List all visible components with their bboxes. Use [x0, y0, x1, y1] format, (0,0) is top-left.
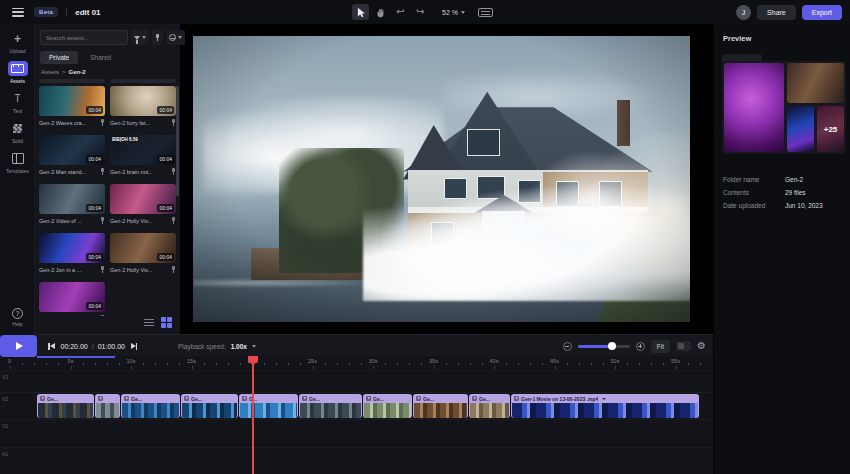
pin-icon[interactable] [171, 266, 176, 273]
asset-card[interactable]: 00:04 [39, 282, 105, 316]
breadcrumb-root[interactable]: Assets [41, 69, 59, 75]
hamburger-menu-icon[interactable] [12, 8, 24, 17]
export-button[interactable]: Export [802, 5, 842, 20]
timeline[interactable]: 05s10s15s20s25s30s35s40s45s50s55s V3V2Ge… [0, 356, 713, 474]
ruler-minor-tick [542, 363, 543, 365]
filter-button[interactable] [131, 30, 149, 45]
pin-icon[interactable] [100, 266, 105, 273]
chevron-down-icon [178, 36, 182, 39]
playhead-line [252, 356, 254, 474]
folder-preview-card[interactable]: +25 [722, 61, 846, 154]
timeline-track-v3: V3 [0, 370, 713, 392]
video-clip-icon [124, 396, 129, 401]
cursor-icon [356, 7, 366, 18]
ruler-tick-label: 30s [369, 358, 378, 364]
redo-button[interactable]: ↪ [412, 4, 429, 20]
video-frame[interactable] [193, 36, 690, 322]
avatar[interactable]: J [736, 5, 751, 20]
assets-panel: Private Shared Assets > Gen-2 00:04Gen-2… [35, 24, 180, 335]
sidebar-item-solid[interactable]: Solid [0, 121, 35, 144]
timeline-clip[interactable]: Ge... [299, 394, 362, 418]
asset-name: Gen-2 Waves cra... [39, 120, 95, 126]
sidebar-item-text[interactable]: Text [0, 91, 35, 114]
timeline-ruler[interactable]: 05s10s15s20s25s30s35s40s45s50s55s [0, 356, 713, 370]
timeline-clip[interactable]: Ge... [469, 394, 510, 418]
pin-icon[interactable] [100, 168, 105, 175]
timeline-tracks: V3V2Ge...Ge...Ge...G...Ge...Ge...Ge...Ge… [0, 370, 713, 474]
detail-value: 29 files [785, 189, 806, 196]
pin-icon[interactable] [100, 315, 105, 316]
select-tool-button[interactable] [352, 4, 369, 20]
timeline-clip[interactable]: Ge... [413, 394, 468, 418]
play-button[interactable] [0, 335, 37, 357]
share-button[interactable]: Share [757, 5, 796, 20]
skip-to-start-button[interactable] [48, 343, 55, 350]
clip-label: Ge... [47, 396, 58, 402]
project-title[interactable]: edit 01 [75, 8, 100, 17]
grid-view-icon[interactable] [161, 317, 172, 328]
asset-card[interactable]: 00:04Gen-2 Video of ... [39, 184, 105, 225]
clip-filmstrip [38, 403, 93, 418]
clip-filmstrip [240, 403, 297, 418]
skip-to-end-button[interactable] [131, 343, 138, 350]
sidebar-item-templates[interactable]: Templates [0, 151, 35, 174]
asset-thumbnail: 00:04 [39, 184, 105, 214]
tab-shared[interactable]: Shared [90, 54, 111, 61]
ruler-tick-label: 50s [611, 358, 620, 364]
list-view-icon[interactable] [144, 319, 154, 327]
sidebar-item-help[interactable]: ? Help [0, 308, 35, 327]
asset-meta [39, 315, 105, 316]
ruler-minor-tick [397, 363, 398, 365]
asset-card[interactable]: 00:04Gen-2 furry fat... [110, 86, 176, 127]
hand-icon [376, 7, 386, 18]
timeline-clip[interactable]: Ge... [181, 394, 238, 418]
sidebar-item-assets[interactable]: Assets [0, 61, 35, 84]
timeline-clip[interactable]: G... [239, 394, 298, 418]
search-input[interactable] [40, 30, 128, 45]
undo-button[interactable]: ↩ [392, 4, 409, 20]
ruler-minor-tick [567, 363, 568, 365]
preview-canvas [180, 24, 713, 335]
timeline-clip[interactable] [95, 394, 120, 418]
asset-card[interactable]: 00:04Gen-2 Waves cra... [39, 86, 105, 127]
asset-card[interactable]: 00:04Gen-2 Holly Viv... [110, 233, 176, 274]
speed-value[interactable]: 1.00x [231, 343, 247, 350]
fit-button[interactable]: Fit [651, 340, 670, 353]
asset-card[interactable]: 00:04Gen-2 Holly Viv... [110, 184, 176, 225]
asset-card[interactable]: 00:04Gen-2 Jon in a ... [39, 233, 105, 274]
ruler-minor-tick [482, 363, 483, 365]
ruler-minor-tick [663, 363, 664, 365]
timeline-clip[interactable]: Ge... [363, 394, 412, 418]
pinned-filter-button[interactable] [152, 30, 163, 45]
ruler-tick-label: 55s [671, 358, 680, 364]
zoom-out-icon[interactable] [563, 342, 572, 351]
ruler-tick [131, 366, 132, 369]
scrollbar[interactable] [176, 86, 179, 196]
pin-icon[interactable] [100, 217, 105, 224]
timeline-clip[interactable]: Ge... [37, 394, 94, 418]
timeline-clip[interactable]: Ge... [121, 394, 180, 418]
asset-card[interactable]: 00:04Gen-2 Man stand... [39, 135, 105, 176]
sort-button[interactable] [166, 30, 185, 45]
ruler-tick [313, 366, 314, 369]
slider-thumb[interactable] [608, 342, 616, 350]
ruler-minor-tick [228, 363, 229, 365]
minimap-toggle-icon[interactable] [676, 341, 691, 351]
timeline-zoom-slider[interactable] [578, 345, 630, 348]
track-label: V1 [2, 423, 8, 429]
clip-label: Ge... [373, 396, 384, 402]
keyboard-shortcuts-icon[interactable] [478, 8, 493, 17]
tab-private[interactable]: Private [40, 51, 78, 64]
ruler-minor-tick [651, 363, 652, 365]
settings-gear-icon[interactable]: ⚙ [697, 341, 706, 351]
hand-tool-button[interactable] [372, 4, 389, 20]
sidebar-item-upload[interactable]: Upload [0, 31, 35, 54]
pin-icon[interactable] [171, 217, 176, 224]
timeline-clip[interactable]: Gen-1 Movie on 13-06-2023 .mp4 [511, 394, 699, 418]
zoom-level-dropdown[interactable]: 52 % [442, 9, 465, 16]
ruler-minor-tick [385, 363, 386, 365]
zoom-in-icon[interactable] [636, 342, 645, 351]
clip-header [95, 394, 120, 403]
pin-icon[interactable] [100, 119, 105, 126]
asset-card[interactable]: BIB|OH 6.5900:04Gen-2 brain not... [110, 135, 176, 176]
